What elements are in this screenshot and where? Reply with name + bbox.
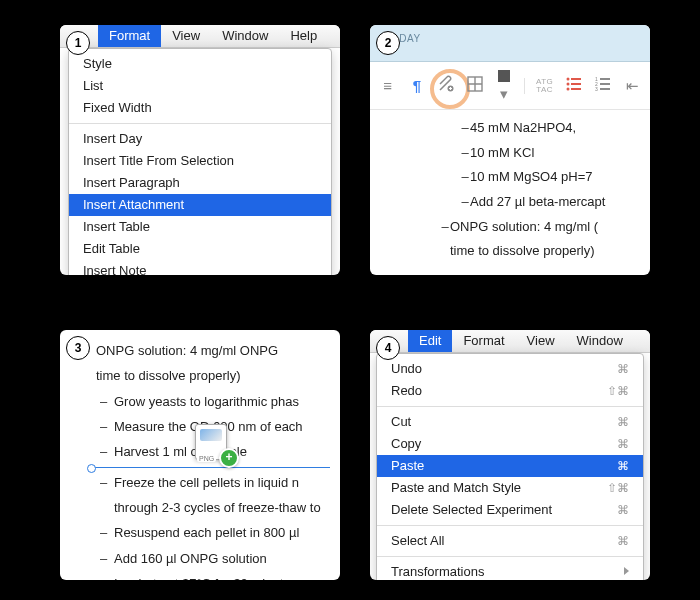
align-icon[interactable]: ≡: [378, 77, 397, 94]
sequence-icon[interactable]: ATGTAC: [535, 78, 554, 94]
toolbar-divider: [524, 78, 525, 94]
svg-rect-11: [600, 78, 610, 80]
panel-2-toolbar: 2 1 DAY ≡ ¶ ▾ ATGTAC 123 ⇤ –45 mM Na2HPO…: [370, 25, 650, 275]
insert-attachment-icon[interactable]: [436, 75, 455, 96]
menu-item-insert-attachment[interactable]: Insert Attachment: [69, 194, 331, 216]
svg-point-6: [566, 83, 569, 86]
menu-item-paste[interactable]: Paste⌘: [377, 455, 643, 477]
menu-window[interactable]: Window: [211, 25, 279, 47]
step-badge-3: 3: [66, 336, 90, 360]
table-icon[interactable]: [466, 76, 485, 95]
step-badge-4: 4: [376, 336, 400, 360]
menu-help[interactable]: Help: [279, 25, 328, 47]
list-item: Grow yeasts to logarithmic phas: [74, 389, 340, 414]
list-item: –10 mM KCl: [370, 141, 650, 166]
menubar: Edit Format View Window: [370, 330, 650, 353]
menu-window[interactable]: Window: [566, 330, 634, 352]
menu-format[interactable]: Format: [98, 25, 161, 47]
menu-view[interactable]: View: [161, 25, 211, 47]
menu-item-edit-table[interactable]: Edit Table: [69, 238, 331, 260]
step-badge-2: 2: [376, 31, 400, 55]
editor-toolbar: ≡ ¶ ▾ ATGTAC 123 ⇤: [370, 62, 650, 110]
menu-item-style[interactable]: Style: [69, 53, 331, 75]
svg-rect-7: [571, 83, 581, 85]
list-item: Measure the OD 600 nm of each: [74, 414, 340, 439]
menu-format[interactable]: Format: [452, 330, 515, 352]
format-dropdown: Style List Fixed Width Insert Day Insert…: [68, 48, 332, 275]
menu-item-delete-experiment[interactable]: Delete Selected Experiment⌘: [377, 499, 643, 521]
list-item: –45 mM Na2HPO4,: [370, 116, 650, 141]
list-item: Add 160 µl ONPG solution: [74, 546, 340, 571]
menu-item-paste-match-style[interactable]: Paste and Match Style⇧⌘: [377, 477, 643, 499]
list-item: ONPG solution: 4 mg/ml ONPG: [74, 338, 340, 363]
insertion-caret-line: [92, 467, 330, 468]
panel-4-edit-menu: 4 Edit Format View Window Undo⌘ Redo⇧⌘ C…: [370, 330, 650, 580]
svg-rect-15: [600, 88, 610, 90]
svg-text:3: 3: [595, 86, 598, 91]
menu-item-insert-table[interactable]: Insert Table: [69, 216, 331, 238]
menu-item-select-all[interactable]: Select All⌘: [377, 530, 643, 552]
document-body: –45 mM Na2HPO4, –10 mM KCl –10 mM MgSO4 …: [370, 110, 650, 264]
list-item: Harvest 1 ml of sample: [74, 439, 340, 464]
chevron-right-icon: [622, 563, 629, 580]
list-item: time to dissolve properly): [370, 239, 650, 264]
menu-item-insert-title[interactable]: Insert Title From Selection: [69, 150, 331, 172]
bulleted-list-icon[interactable]: [564, 77, 583, 94]
color-swatch-icon[interactable]: ▾: [495, 68, 514, 103]
svg-point-4: [566, 78, 569, 81]
list-item: through 2-3 cycles of freeze-thaw to: [74, 495, 340, 520]
step-badge-1: 1: [66, 31, 90, 55]
menu-edit[interactable]: Edit: [408, 330, 452, 352]
menu-separator: [377, 556, 643, 557]
menu-item-copy[interactable]: Copy⌘: [377, 433, 643, 455]
day-tab[interactable]: 1 DAY: [370, 25, 650, 62]
menu-separator: [69, 123, 331, 124]
edit-dropdown: Undo⌘ Redo⇧⌘ Cut⌘ Copy⌘ Paste⌘ Paste and…: [376, 353, 644, 580]
menu-item-transformations[interactable]: Transformations: [377, 561, 643, 580]
svg-rect-13: [600, 83, 610, 85]
menu-item-insert-note[interactable]: Insert Note: [69, 260, 331, 275]
menu-item-undo[interactable]: Undo⌘: [377, 358, 643, 380]
svg-point-8: [566, 88, 569, 91]
svg-rect-9: [571, 88, 581, 90]
list-item: Resuspend each pellet in 800 µl: [74, 520, 340, 545]
panel-3-drag-drop: 3 ONPG solution: 4 mg/ml ONPG time to di…: [60, 330, 340, 580]
menu-item-list[interactable]: List: [69, 75, 331, 97]
menu-item-insert-day[interactable]: Insert Day: [69, 128, 331, 150]
menu-separator: [377, 406, 643, 407]
paragraph-icon[interactable]: ¶: [407, 77, 426, 94]
list-item: –ONPG solution: 4 mg/ml (: [370, 215, 650, 240]
list-item: Freeze the cell pellets in liquid n: [74, 470, 340, 495]
panel-1-format-menu: 1 Format View Window Help Style List Fix…: [60, 25, 340, 275]
list-item: –Add 27 µl beta-mercapt: [370, 190, 650, 215]
svg-rect-5: [571, 78, 581, 80]
menu-view[interactable]: View: [516, 330, 566, 352]
menu-item-redo[interactable]: Redo⇧⌘: [377, 380, 643, 402]
document-body[interactable]: ONPG solution: 4 mg/ml ONPG time to diss…: [60, 330, 340, 580]
list-item: –10 mM MgSO4 pH=7: [370, 165, 650, 190]
outdent-icon[interactable]: ⇤: [623, 77, 642, 95]
menubar: Format View Window Help: [60, 25, 340, 48]
list-item: time to dissolve properly): [74, 363, 340, 388]
menu-item-cut[interactable]: Cut⌘: [377, 411, 643, 433]
list-item: Incubate at 37°C for 30 minutes: [74, 571, 340, 580]
menu-item-fixed-width[interactable]: Fixed Width: [69, 97, 331, 119]
numbered-list-icon[interactable]: 123: [594, 77, 613, 94]
menu-separator: [377, 525, 643, 526]
menu-item-insert-paragraph[interactable]: Insert Paragraph: [69, 172, 331, 194]
